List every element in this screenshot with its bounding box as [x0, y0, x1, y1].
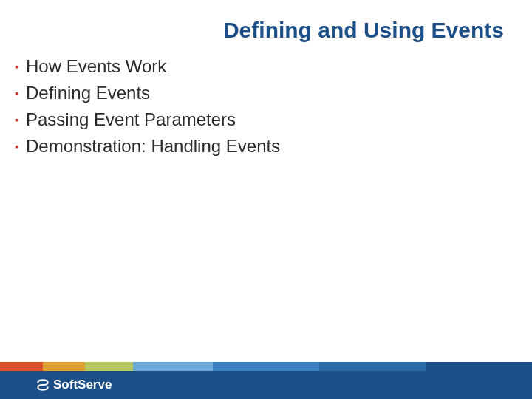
bullet-icon: ▪ [15, 114, 18, 126]
bullet-text: Demonstration: Handling Events [26, 136, 280, 157]
slide-title: Defining and Using Events [223, 18, 504, 43]
footer-stripe [0, 362, 532, 371]
bullet-text: Defining Events [26, 83, 150, 103]
footer-bar: SoftServe [0, 371, 532, 399]
brand-name: SoftServe [53, 378, 112, 392]
slide-footer: SoftServe [0, 362, 532, 399]
bullet-icon: ▪ [15, 87, 18, 99]
brand-logo: SoftServe [35, 378, 112, 392]
list-item: ▪ Defining Events [15, 83, 502, 103]
list-item: ▪ Passing Event Parameters [15, 109, 502, 130]
list-item: ▪ Demonstration: Handling Events [15, 136, 502, 157]
slide: Defining and Using Events ▪ How Events W… [0, 0, 532, 399]
softserve-icon [35, 378, 50, 392]
list-item: ▪ How Events Work [15, 56, 502, 77]
bullet-icon: ▪ [15, 140, 18, 152]
bullet-text: Passing Event Parameters [26, 109, 236, 130]
bullet-text: How Events Work [26, 56, 166, 77]
bullet-icon: ▪ [15, 61, 18, 72]
bullet-list: ▪ How Events Work ▪ Defining Events ▪ Pa… [15, 56, 502, 163]
